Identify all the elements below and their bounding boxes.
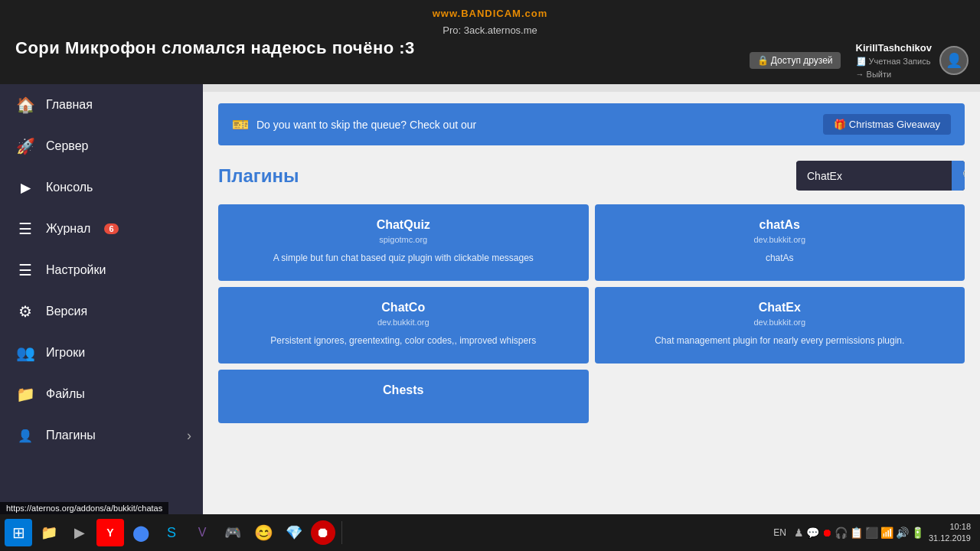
settings-icon: ☰ — [15, 260, 35, 280]
taskbar-btn-yandex[interactable]: Y — [96, 519, 124, 546]
taskbar-btn-chrome[interactable]: ⬤ — [127, 519, 155, 546]
server-icon: 🚀 — [15, 136, 35, 156]
plugin-card-chests[interactable]: Chests — [218, 370, 589, 423]
plugin-name: Chests — [230, 383, 577, 397]
taskbar-btn-viber[interactable]: V — [188, 519, 216, 546]
taskbar-right: EN ♟ 💬 ⏺ 🎧 📋 ⬛ 📶 🔊 🔋 10:18 31.12.2019 — [773, 521, 975, 545]
plugin-desc: A simple but fun chat based quiz plugin … — [230, 252, 577, 265]
sidebar-item-settings[interactable]: ☰ Настройки — [0, 249, 203, 291]
plugin-card-chatex[interactable]: ChatEx dev.bukkit.org Chat management pl… — [595, 287, 965, 364]
sidebar-label-settings: Настройки — [46, 263, 106, 277]
sidebar-item-players[interactable]: 👥 Игроки — [0, 332, 203, 373]
sidebar-item-files[interactable]: 📁 Файлы — [0, 373, 203, 415]
home-icon: 🏠 — [15, 95, 35, 115]
taskbar-clock: 10:18 31.12.2019 — [929, 521, 975, 545]
top-right-user: 🔒 Доступ друзей KirillTashchikov 🧾 Учетн… — [750, 42, 969, 79]
taskbar: ⊞ 📁 ▶ Y ⬤ S V 🎮 😊 💎 ⏺ EN ♟ 💬 ⏺ 🎧 📋 ⬛ 📶 🔊… — [0, 514, 980, 551]
players-icon: 👥 — [15, 343, 35, 363]
start-button[interactable]: ⊞ — [5, 519, 32, 546]
username-label: KirillTashchikov — [856, 42, 932, 54]
plugin-name: ChatEx — [607, 301, 953, 315]
plugin-name: ChatQuiz — [230, 218, 577, 232]
files-icon: 📁 — [15, 384, 35, 404]
journal-badge: 6 — [104, 223, 118, 234]
plugin-card-chatquiz[interactable]: ChatQuiz spigotmc.org A simple but fun c… — [218, 204, 589, 281]
sidebar-label-files: Файлы — [46, 387, 85, 401]
taskbar-system-icons: ♟ 💬 ⏺ 🎧 📋 ⬛ 📶 🔊 🔋 — [794, 527, 924, 539]
plugins-icon: 👤 — [15, 425, 35, 445]
plugin-desc: Chat management plugin for nearly every … — [607, 334, 953, 347]
promo-text: Do you want to skip the queue? Check out… — [256, 119, 476, 131]
date-display: 31.12.2019 — [929, 533, 971, 544]
sidebar-item-server[interactable]: 🚀 Сервер — [0, 126, 203, 167]
console-icon: ▶ — [15, 178, 35, 197]
taskbar-btn-6[interactable]: 😊 — [250, 519, 277, 546]
taskbar-btn-3[interactable]: ▶ — [66, 519, 93, 546]
account-link[interactable]: 🧾 Учетная Запись — [856, 57, 932, 67]
taskbar-separator — [341, 521, 342, 544]
sidebar: 🏠 Главная 🚀 Сервер ▶ Консоль ☰ Журнал 6 … — [0, 84, 203, 514]
sidebar-label-journal: Журнал — [46, 222, 90, 236]
plugin-desc: chatAs — [607, 252, 953, 265]
search-button[interactable]: 🔍 — [952, 161, 965, 191]
plugin-source: dev.bukkit.org — [607, 318, 953, 327]
sidebar-item-home[interactable]: 🏠 Главная — [0, 84, 203, 126]
notification-icon: 📋 — [850, 527, 863, 539]
top-bar: www.BANDICAM.com Pro: 3ack.aternos.me Со… — [0, 0, 980, 84]
journal-icon: ☰ — [15, 219, 35, 239]
version-icon: ⚙ — [15, 302, 35, 321]
plugin-source: spigotmc.org — [230, 235, 577, 244]
sidebar-label-version: Версия — [46, 305, 87, 318]
battery-icon: 🔋 — [911, 527, 924, 539]
promo-banner: 🎫 Do you want to skip the queue? Check o… — [218, 103, 965, 145]
main-layout: 🏠 Главная 🚀 Сервер ▶ Консоль ☰ Журнал 6 … — [0, 84, 980, 514]
sidebar-item-version[interactable]: ⚙ Версия — [0, 291, 203, 332]
taskbar-btn-2[interactable]: 📁 — [35, 519, 63, 546]
logout-link[interactable]: → Выйти — [856, 70, 932, 79]
lang-indicator: EN — [773, 527, 786, 538]
sidebar-label-home: Главная — [46, 98, 93, 112]
sidebar-label-players: Игроки — [46, 346, 85, 360]
steam-icon: ♟ — [794, 527, 804, 539]
content-area[interactable]: 🎫 Do you want to skip the queue? Check o… — [203, 84, 980, 514]
plugin-name: chatAs — [607, 218, 953, 232]
search-input[interactable] — [796, 162, 952, 190]
plugin-card-chatas[interactable]: chatAs dev.bukkit.org chatAs — [595, 204, 965, 281]
sidebar-label-console: Консоль — [46, 181, 93, 194]
plugin-name: ChatCo — [230, 301, 577, 315]
taskbar-btn-5[interactable]: 🎮 — [219, 519, 247, 546]
expand-icon: › — [187, 428, 191, 444]
plugin-source: dev.bukkit.org — [607, 235, 953, 244]
christmas-giveaway-button[interactable]: 🎁 Christmas Giveaway — [823, 114, 951, 135]
user-links: KirillTashchikov 🧾 Учетная Запись → Выйт… — [856, 42, 932, 79]
plugins-grid: ChatQuiz spigotmc.org A simple but fun c… — [218, 204, 965, 423]
queue-icon: 🎫 — [232, 116, 249, 133]
sidebar-item-plugins[interactable]: 👤 Плагины › — [0, 415, 203, 456]
server-url: Pro: 3ack.aternos.me — [443, 24, 537, 36]
discord-icon: 💬 — [806, 527, 819, 539]
plugin-card-chatco[interactable]: ChatCo dev.bukkit.org Persistent ignores… — [218, 287, 589, 364]
bandicam-watermark: www.BANDICAM.com — [433, 8, 548, 19]
wifi-icon: 📶 — [880, 527, 893, 539]
search-box: 🔍 — [796, 161, 965, 191]
content-inner: 🎫 Do you want to skip the queue? Check o… — [203, 92, 980, 514]
taskbar-btn-record[interactable]: ⏺ — [311, 520, 335, 545]
sidebar-label-plugins: Плагины — [46, 429, 96, 442]
plugin-desc: Persistent ignores, greentexting, color … — [230, 334, 577, 347]
bandicam-text: www.BANDICAM.com — [433, 8, 548, 19]
time-display: 10:18 — [949, 521, 971, 533]
search-icon: 🔍 — [962, 169, 965, 182]
taskbar-btn-skype[interactable]: S — [158, 519, 185, 546]
headphones-icon: 🎧 — [835, 527, 848, 539]
dostup-button[interactable]: 🔒 Доступ друзей — [750, 52, 841, 69]
page-title: Плагины — [218, 165, 299, 187]
sidebar-item-console[interactable]: ▶ Консоль — [0, 167, 203, 208]
sidebar-item-journal[interactable]: ☰ Журнал 6 — [0, 208, 203, 249]
sidebar-label-server: Сервер — [46, 139, 88, 153]
taskbar-btn-7[interactable]: 💎 — [280, 519, 308, 546]
plugin-source: dev.bukkit.org — [230, 318, 577, 327]
record-indicator: ⏺ — [822, 527, 832, 539]
avatar: 👤 — [939, 46, 969, 75]
speaker-icon: 🔊 — [896, 527, 909, 539]
window-icon: ⬛ — [865, 527, 878, 539]
